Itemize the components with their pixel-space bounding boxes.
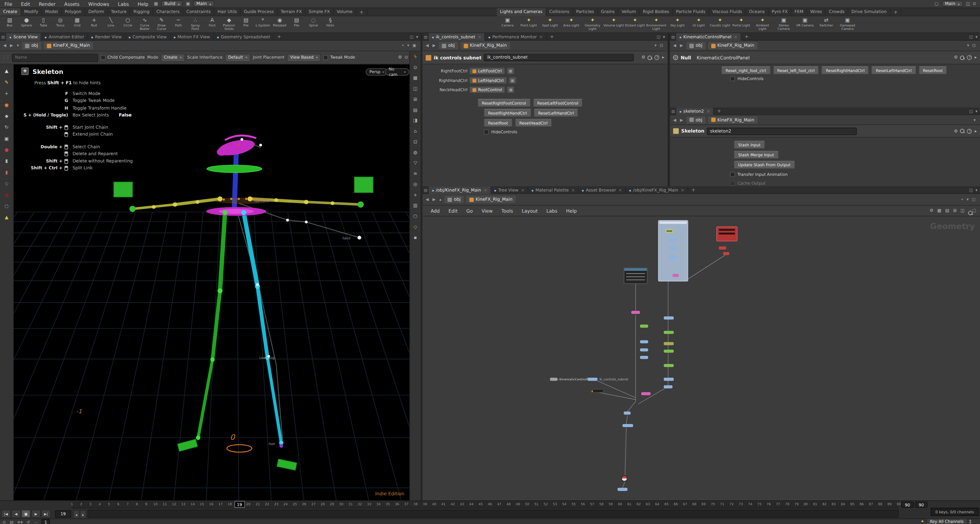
- frame-tick[interactable]: 50: [523, 502, 532, 506]
- network-null-node[interactable]: [621, 475, 627, 481]
- path-context[interactable]: obj: [22, 42, 41, 49]
- pane-menu-icon[interactable]: ▤: [670, 34, 676, 39]
- link-icon[interactable]: ⌖: [402, 43, 404, 48]
- frame-tick[interactable]: 66: [671, 502, 680, 506]
- network-node[interactable]: [664, 385, 673, 388]
- tab-material-palette[interactable]: ▪Material Palette×: [528, 186, 579, 194]
- shelf-tool-sphere[interactable]: ●Sphere: [18, 17, 35, 33]
- back-icon[interactable]: ◀: [672, 43, 678, 48]
- menu-windows[interactable]: Windows: [84, 0, 114, 8]
- shelf-tool-stereo-camera[interactable]: ▣Stereo Camera: [773, 17, 795, 33]
- network-node[interactable]: [588, 378, 598, 381]
- shelf-tab-rigid-bodies[interactable]: Rigid Bodies: [640, 8, 673, 16]
- step-field[interactable]: 1: [41, 519, 50, 524]
- frame-tick[interactable]: 28: [318, 502, 327, 506]
- shelf-tool-null[interactable]: +Null: [86, 17, 103, 33]
- grid-snap-icon[interactable]: ▦: [937, 208, 941, 213]
- shelf-tool-spot-light[interactable]: ✦Spot Light: [539, 17, 561, 33]
- shelf-tool-distant-light[interactable]: ✦Distant Light: [624, 17, 646, 33]
- select-tool-icon[interactable]: ▲: [5, 68, 8, 74]
- frame-tick[interactable]: 21: [253, 502, 262, 506]
- layout-icon[interactable]: ◫: [966, 1, 970, 6]
- frame-tick[interactable]: 60: [616, 502, 624, 506]
- frame-tick[interactable]: 22: [263, 502, 271, 506]
- shelf-tab-collisions[interactable]: Collisions: [546, 8, 573, 16]
- frame-tick[interactable]: 65: [662, 502, 671, 506]
- path-context[interactable]: obj: [444, 196, 464, 203]
- lighting-icon[interactable]: ⊞: [413, 96, 417, 102]
- frame-tick[interactable]: 27: [309, 502, 318, 506]
- node-name-field[interactable]: ik_controls_subnet: [484, 54, 634, 61]
- frame-tick[interactable]: 38: [411, 502, 420, 506]
- tab-performance-monitor[interactable]: ▪Performance Monitor×: [485, 33, 547, 41]
- new-pane-tab-button[interactable]: +: [274, 34, 284, 39]
- shelf-tool-vr-camera[interactable]: ▣VR Camera: [794, 17, 816, 33]
- no-cam-button[interactable]: No cam▾: [385, 68, 410, 76]
- desktop-selector-right[interactable]: Main▾: [942, 1, 963, 7]
- back-icon[interactable]: ◀: [2, 43, 8, 48]
- net-menu-go[interactable]: Go: [462, 205, 477, 216]
- back-icon[interactable]: ◀: [425, 43, 430, 48]
- network-node[interactable]: [631, 311, 640, 314]
- network-node[interactable]: [669, 247, 678, 250]
- gear-icon[interactable]: ⚙: [954, 129, 958, 134]
- translate-tool-icon[interactable]: ◆: [5, 113, 8, 119]
- frame-tick[interactable]: 88: [876, 502, 885, 506]
- net-menu-view[interactable]: View: [477, 205, 497, 216]
- shelf-tool-curve-bezier[interactable]: ∿Curve Bezier: [136, 17, 153, 33]
- network-node[interactable]: [640, 340, 648, 343]
- back-icon[interactable]: ◀: [425, 197, 430, 202]
- hide-controls-checkbox[interactable]: HideControls: [730, 76, 764, 81]
- node-chooser-button[interactable]: ⊞: [509, 77, 516, 84]
- tab-kinematiccontrolpanel[interactable]: ▪KinematicControlPanel×: [676, 33, 742, 41]
- key-all-channels-button[interactable]: Key All Channels: [926, 518, 967, 524]
- next-key-button[interactable]: ▸: [80, 510, 86, 518]
- menu-assets[interactable]: Assets: [60, 0, 84, 8]
- frame-tick[interactable]: 78: [783, 502, 792, 506]
- new-pane-tab-button[interactable]: +: [547, 34, 557, 39]
- shelf-tab-particle-fluids[interactable]: Particle Fluids: [673, 8, 709, 16]
- frame-selected-icon[interactable]: ⊡: [413, 139, 417, 144]
- network-overview-icon[interactable]: ◫: [960, 208, 965, 213]
- view-persp-button[interactable]: Persp▾: [366, 68, 388, 76]
- foot-circle-control[interactable]: [227, 445, 252, 452]
- up-level-icon[interactable]: ▴: [438, 197, 443, 202]
- tweak-mode-checkbox[interactable]: Tweak Mode: [323, 55, 355, 60]
- frame-tick[interactable]: 87: [866, 502, 875, 506]
- frame-tick[interactable]: 45: [476, 502, 485, 506]
- frame-tick[interactable]: 75: [755, 502, 764, 506]
- frame-tick[interactable]: 53: [550, 502, 559, 506]
- shelf-tool-volume-light[interactable]: ✦Volume Light: [603, 17, 625, 33]
- shelf-tool-sky-light[interactable]: ✦Sky Light: [667, 17, 688, 33]
- shelf-tab-volume[interactable]: Volume: [333, 8, 356, 16]
- shelf-tab-rigging[interactable]: Rigging: [130, 8, 153, 16]
- lock-icon[interactable]: ⊡: [972, 43, 976, 48]
- shelf-tool-ambient-light[interactable]: ✦Ambient Light: [752, 17, 773, 33]
- close-tab-icon[interactable]: ×: [521, 187, 525, 192]
- fullscreen-icon[interactable]: ▢: [972, 208, 976, 213]
- sketch-tool-icon[interactable]: ✎: [5, 79, 8, 85]
- frame-tick[interactable]: 51: [532, 502, 541, 506]
- frame-tick[interactable]: 54: [560, 502, 569, 506]
- joint-placement-dropdown[interactable]: View Based▾: [287, 54, 321, 62]
- frame-tick[interactable]: 14: [188, 502, 197, 506]
- frame-tick[interactable]: 79: [792, 502, 801, 506]
- reset-head-button[interactable]: ResetHeadCtrl: [515, 119, 552, 127]
- frame-tick[interactable]: 46: [485, 502, 494, 506]
- frame-tick[interactable]: 35: [383, 502, 392, 506]
- frame-tick[interactable]: 31: [346, 502, 355, 506]
- display-options-icon[interactable]: ≡: [413, 171, 417, 177]
- close-tab-icon[interactable]: ×: [706, 108, 710, 113]
- tumble-icon[interactable]: ○: [413, 213, 418, 219]
- frame-tick[interactable]: 80: [802, 502, 810, 506]
- frame-tick[interactable]: 12: [170, 502, 178, 506]
- network-canvas[interactable]: Geometry KinematicControlPanelik_control…: [423, 216, 980, 500]
- lock-icon[interactable]: ⊡: [660, 43, 663, 48]
- frame-tick[interactable]: 37: [402, 502, 411, 506]
- shelf-tool-grid[interactable]: ▦Grid: [69, 17, 86, 33]
- frame-tick[interactable]: 59: [606, 502, 615, 506]
- network-node[interactable]: [669, 256, 678, 259]
- tab-animation-editor[interactable]: ▪Animation Editor: [41, 33, 88, 41]
- reset-root-button[interactable]: ResetRoot: [484, 119, 513, 127]
- network-node[interactable]: [673, 274, 679, 277]
